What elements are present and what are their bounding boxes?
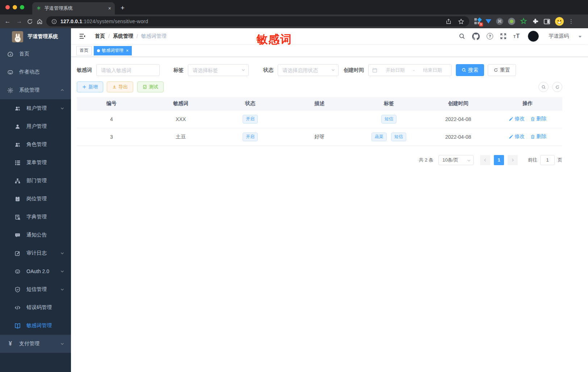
profile-avatar[interactable] xyxy=(555,17,564,26)
sidebar-item-sms-management[interactable]: 短信管理 xyxy=(0,280,71,298)
user-caret-icon[interactable] xyxy=(579,36,581,38)
toggle-search-button[interactable] xyxy=(538,82,549,92)
github-icon[interactable] xyxy=(472,33,480,40)
current-page[interactable]: 1 xyxy=(494,155,504,165)
delete-link[interactable]: 删除 xyxy=(530,133,546,140)
gem-extension-icon[interactable] xyxy=(486,19,491,24)
minimize-window-button[interactable] xyxy=(13,5,17,9)
top-navbar: 首页 / 系统管理 / 敏感词管理 ? TT 芋道源码 xyxy=(71,28,588,45)
col-word: 敏感词 xyxy=(146,97,216,110)
add-button[interactable]: 新增 xyxy=(77,81,103,92)
breadcrumb-current: 敏感词管理 xyxy=(141,33,167,39)
audit-edit-icon xyxy=(14,250,21,256)
col-desc: 描述 xyxy=(285,97,354,110)
back-icon[interactable]: ← xyxy=(4,18,12,25)
sidebar-logo[interactable]: 芋道管理系统 xyxy=(0,28,71,45)
date-end-placeholder: 结束日期 xyxy=(417,67,448,74)
badge-icon xyxy=(14,196,21,202)
info-icon[interactable] xyxy=(51,19,57,24)
org-chart-icon xyxy=(14,178,21,184)
main-area: 首页 / 系统管理 / 敏感词管理 ? TT 芋道源码 首页 xyxy=(71,28,588,372)
breadcrumb-home[interactable]: 首页 xyxy=(95,33,105,39)
sidebar-item-user-management[interactable]: 用户管理 xyxy=(0,117,71,135)
tag-select[interactable] xyxy=(188,64,249,76)
export-button[interactable]: 导出 xyxy=(107,81,133,92)
date-range-picker[interactable]: 开始日期 - 结束日期 xyxy=(368,64,452,76)
sidebar-item-pay-management[interactable]: ¥ 支付管理 xyxy=(0,335,71,353)
tag-view-home[interactable]: 首页 xyxy=(76,46,92,55)
sidebar-item-sensitive-word[interactable]: 敏感词管理 xyxy=(0,317,71,335)
edit-link[interactable]: 修改 xyxy=(509,133,525,140)
help-icon[interactable]: ? xyxy=(487,33,493,39)
green-star-extension-icon[interactable] xyxy=(520,18,527,25)
close-window-button[interactable] xyxy=(5,5,10,9)
edit-link[interactable]: 修改 xyxy=(509,116,525,122)
tab-close-icon[interactable]: × xyxy=(108,5,111,11)
tag-view-sensitive-word[interactable]: 敏感词管理 × xyxy=(94,46,132,55)
url-bar[interactable]: 127.0.0.1:1024/system/sensitive-word xyxy=(46,16,469,26)
recorder-extension-icon[interactable] xyxy=(508,18,515,25)
tree-menu-icon xyxy=(14,160,21,166)
browser-tab[interactable]: 芋道管理系统 × xyxy=(32,2,115,14)
user-name[interactable]: 芋道源码 xyxy=(549,33,569,39)
home-icon[interactable] xyxy=(37,18,43,25)
user-avatar[interactable] xyxy=(528,31,539,42)
breadcrumb-system[interactable]: 系统管理 xyxy=(113,33,133,39)
new-tab-button[interactable]: + xyxy=(121,4,125,12)
col-actions: 操作 xyxy=(493,97,562,110)
sidebar-item-notice[interactable]: 通知公告 xyxy=(0,226,71,244)
sidebar-panel-icon[interactable] xyxy=(543,18,550,25)
sidebar-item-role-management[interactable]: 角色管理 xyxy=(0,135,71,154)
date-label: 创建时间 xyxy=(344,67,364,74)
tag-label: 标签 xyxy=(173,67,184,74)
bookmark-star-icon[interactable] xyxy=(458,18,464,25)
forward-icon[interactable]: → xyxy=(15,18,23,25)
prev-page-button[interactable] xyxy=(480,155,490,165)
extension-badge: 9 xyxy=(479,22,483,26)
sidebar-item-author-news[interactable]: 作者动态 xyxy=(0,63,71,81)
chevron-down-icon xyxy=(60,342,64,346)
sidebar-item-dept-management[interactable]: 部门管理 xyxy=(0,172,71,190)
total-count: 共 2 条 xyxy=(419,157,433,163)
delete-link[interactable]: 删除 xyxy=(530,116,546,122)
reload-icon[interactable] xyxy=(27,18,33,25)
fullscreen-icon[interactable] xyxy=(500,33,507,39)
page-size-select[interactable]: 10条/页 xyxy=(438,155,474,165)
maximize-window-button[interactable] xyxy=(20,5,24,9)
status-select[interactable] xyxy=(278,64,339,76)
dictionary-icon xyxy=(14,214,21,220)
sidebar-item-dict-management[interactable]: 字典管理 xyxy=(0,208,71,226)
goto-page-input[interactable] xyxy=(540,155,555,165)
sidebar-item-oauth[interactable]: OAuth 2.0 xyxy=(0,262,71,280)
refresh-table-button[interactable] xyxy=(552,82,562,92)
test-button[interactable]: 测试 xyxy=(137,81,164,92)
extension-icons: 9 ⌘ ⋮ xyxy=(474,17,574,26)
col-id: 编号 xyxy=(77,97,146,110)
search-button[interactable]: 搜索 xyxy=(456,64,484,76)
tag-close-icon[interactable]: × xyxy=(126,48,129,53)
sidebar-item-tenant-management[interactable]: 租户管理 xyxy=(0,99,71,117)
menu-fold-icon[interactable] xyxy=(79,33,85,39)
browser-menu-icon[interactable]: ⋮ xyxy=(568,18,574,25)
tab-manager-extension-icon[interactable]: 9 xyxy=(474,18,481,25)
sidebar-item-system-management[interactable]: 系统管理 xyxy=(0,81,71,99)
yen-icon: ¥ xyxy=(7,341,13,347)
status-badge: 开启 xyxy=(243,115,258,124)
share-icon[interactable] xyxy=(446,18,452,24)
font-size-icon[interactable]: TT xyxy=(513,33,520,39)
command-extension-icon[interactable]: ⌘ xyxy=(496,18,503,25)
search-icon[interactable] xyxy=(459,33,465,39)
puzzle-extensions-icon[interactable] xyxy=(532,18,539,25)
chevron-down-icon xyxy=(60,251,64,255)
sidebar-item-menu-management[interactable]: 菜单管理 xyxy=(0,154,71,172)
red-annotation-text: 敏感词 xyxy=(256,32,292,47)
sidebar-item-post-management[interactable]: 岗位管理 xyxy=(0,190,71,208)
table-toolbar: 新增 导出 测试 xyxy=(77,81,562,92)
favicon-leaf-icon xyxy=(36,5,42,11)
sidebar-item-audit-log[interactable]: 审计日志 xyxy=(0,244,71,262)
next-page-button[interactable] xyxy=(508,155,518,165)
sidebar-item-error-code[interactable]: 错误码管理 xyxy=(0,298,71,317)
keyword-input[interactable] xyxy=(96,64,160,76)
sidebar-item-home[interactable]: 首页 xyxy=(0,45,71,63)
reset-button[interactable]: 重置 xyxy=(488,64,516,76)
